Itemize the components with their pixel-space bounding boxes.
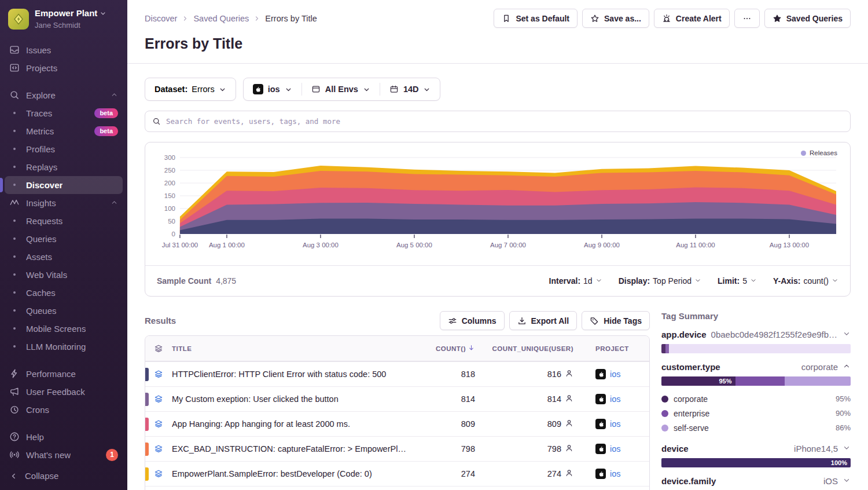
page-content: Dataset: Errors ios All Envs (127, 64, 868, 490)
sidebar-item-projects[interactable]: Projects (0, 59, 127, 77)
tag-header[interactable]: customer.type corporate (661, 362, 851, 372)
user-icon (565, 469, 573, 477)
sidebar-item-help[interactable]: Help (0, 428, 127, 446)
error-title[interactable]: My Custom exeption: User clicked the but… (172, 394, 414, 404)
sidebar-item-traces[interactable]: Tracesbeta (0, 104, 127, 122)
user-icon (565, 394, 573, 403)
y-axis-dropdown[interactable]: Y-Axis:count() (773, 276, 838, 286)
series-color-bar (145, 418, 149, 431)
project-link[interactable]: ios (610, 444, 621, 454)
project-filter[interactable]: ios (244, 78, 301, 100)
environment-filter[interactable]: All Envs (302, 78, 380, 100)
tag-value-row[interactable]: enterprise 90% (661, 406, 851, 420)
sidebar-item-discover[interactable]: Discover (5, 176, 123, 194)
feedback-icon (9, 386, 20, 397)
chevron-down-icon (843, 330, 851, 338)
search-input[interactable] (166, 117, 843, 126)
chevron-right-icon (182, 15, 189, 22)
count-unique-value: 814 (547, 394, 561, 404)
columns-button[interactable]: Columns (440, 311, 505, 330)
display-dropdown[interactable]: Display:Top Period (619, 276, 701, 286)
interval-dropdown[interactable]: Interval:1d (549, 276, 602, 286)
tag-value-row[interactable]: self-serve 86% (661, 420, 851, 435)
svg-text:Jul 31 00:00: Jul 31 00:00 (162, 242, 198, 248)
stacked-area-chart: 050100150200250300Jul 31 00:00Aug 1 00:0… (155, 147, 841, 265)
error-title[interactable]: App Hanging: App hanging for at least 20… (172, 419, 414, 429)
error-title[interactable]: HTTPClientError: HTTP Client Error with … (172, 370, 414, 379)
sidebar-item-insights[interactable]: Insights (0, 194, 127, 212)
hide-tags-button[interactable]: Hide Tags (582, 311, 650, 330)
sidebar-item-issues[interactable]: Issues (0, 41, 127, 59)
sidebar-item-performance[interactable]: Performance (0, 365, 127, 383)
tag-value-row[interactable]: corporate 95% (661, 392, 851, 406)
sidebar-item-mobile-screens[interactable]: Mobile Screens (0, 320, 127, 338)
bullet-dot (13, 166, 16, 168)
sidebar-item-queues[interactable]: Queues (0, 302, 127, 320)
project-link[interactable]: ios (610, 419, 621, 429)
sidebar-item-user-feedback[interactable]: User Feedback (0, 383, 127, 401)
svg-text:300: 300 (164, 154, 175, 161)
table-row: HTTPClientError: HTTP Client Error with … (145, 361, 649, 386)
export-all-button[interactable]: Export All (509, 311, 578, 330)
column-header-count[interactable]: COUNT() (414, 344, 483, 353)
sidebar-nav: IssuesProjectsExploreTracesbetaMetricsbe… (0, 38, 127, 465)
user-icon (565, 369, 573, 378)
sidebar-item-explore[interactable]: Explore (0, 86, 127, 104)
chevron-down-icon (595, 277, 602, 284)
tag-header[interactable]: device.family iOS (661, 476, 851, 487)
create-alert-button[interactable]: Create Alert (654, 9, 730, 28)
sidebar-item-crons[interactable]: Crons (0, 401, 127, 419)
table-row: EmpowerPlant.SampleError: happyCustomer … (145, 486, 649, 490)
sidebar-item-metrics[interactable]: Metricsbeta (0, 122, 127, 140)
tag-header[interactable]: device iPhone14,5 (661, 444, 851, 454)
column-header-count-unique-user[interactable]: COUNT_UNIQUE(USER) (483, 345, 582, 352)
chart-legend[interactable]: Releases (801, 149, 837, 156)
sidebar-item-requests[interactable]: Requests (0, 212, 127, 230)
calendar-icon (389, 85, 399, 94)
sidebar-item-queries[interactable]: Queries (0, 230, 127, 248)
count-value: 814 (414, 394, 483, 404)
project-link[interactable]: ios (610, 469, 621, 478)
limit-dropdown[interactable]: Limit:5 (718, 276, 757, 286)
projects-icon (9, 63, 20, 73)
sidebar-item-caches[interactable]: Caches (0, 284, 127, 302)
org-switcher[interactable]: Empower Plant Jane Schmidt (0, 0, 127, 38)
error-title[interactable]: EmpowerPlant.SampleError: bestDeveloper … (172, 469, 414, 478)
svg-text:250: 250 (164, 167, 175, 174)
svg-text:50: 50 (168, 218, 175, 225)
column-header-title[interactable]: TITLE (172, 345, 414, 352)
collapse-icon (9, 471, 19, 481)
collapse-button[interactable]: Collapse (0, 465, 127, 490)
sidebar-item-assets[interactable]: Assets (0, 248, 127, 266)
svg-text:Aug 3 00:00: Aug 3 00:00 (303, 242, 339, 248)
releases-legend-label: Releases (810, 149, 837, 156)
chevron-down-icon (363, 86, 370, 93)
bullet-dot (13, 291, 16, 294)
sliders-icon (448, 316, 457, 326)
sidebar-item-profiles[interactable]: Profiles (0, 140, 127, 158)
set-as-default-button[interactable]: Set as Default (494, 9, 578, 28)
tag-value-dot (661, 425, 668, 432)
environment-filter-value: All Envs (325, 85, 358, 94)
error-title[interactable]: EXC_BAD_INSTRUCTION: captureFatalError: … (172, 444, 414, 454)
more-button[interactable] (734, 9, 760, 28)
dataset-filter[interactable]: Dataset: Errors (145, 78, 236, 101)
sidebar-item-web-vitals[interactable]: Web Vitals (0, 266, 127, 284)
project-link[interactable]: ios (610, 394, 621, 404)
window-icon (311, 85, 321, 94)
svg-text:100: 100 (164, 205, 175, 212)
date-range-filter-value: 14D (403, 85, 419, 94)
tag-header[interactable]: app.device 0baebc0de4982f1255f2e9e9fb7… (661, 330, 851, 340)
sidebar-item-what-s-new[interactable]: What's new1 (0, 446, 127, 464)
sidebar-item-replays[interactable]: Replays (0, 158, 127, 176)
sample-count-value: 4,875 (216, 276, 236, 286)
saved-queries-button[interactable]: Saved Queries (764, 9, 851, 28)
breadcrumb-saved-queries[interactable]: Saved Queries (193, 14, 249, 23)
breadcrumb-discover[interactable]: Discover (145, 14, 177, 23)
sidebar-item-llm-monitoring[interactable]: LLM Monitoring (0, 338, 127, 356)
date-range-filter[interactable]: 14D (380, 78, 440, 100)
project-filter-value: ios (268, 85, 280, 94)
project-link[interactable]: ios (610, 370, 621, 379)
column-header-project[interactable]: PROJECT (582, 345, 649, 352)
save-as-button[interactable]: Save as... (582, 9, 649, 28)
